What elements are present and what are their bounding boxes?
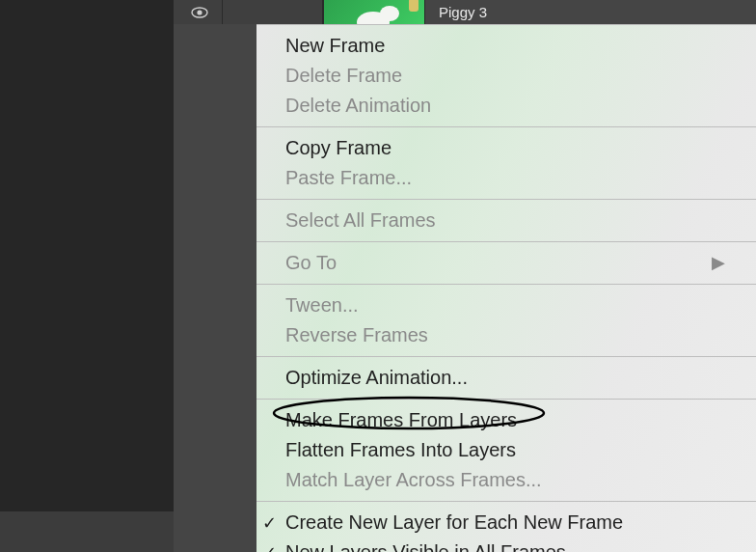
menu-item-tween: Tween... [256,290,756,320]
left-sidebar-footer [0,511,174,552]
left-sidebar [0,0,174,511]
menu-item-create-new-layer-each-frame[interactable]: ✓ Create New Layer for Each New Frame [256,508,756,538]
menu-item-label: Paste Frame... [285,164,412,192]
menu-item-go-to: Go To ▶ [256,248,756,278]
menu-item-flatten-frames-into-layers[interactable]: Flatten Frames Into Layers [256,435,756,465]
menu-item-make-frames-from-layers[interactable]: Make Frames From Layers [256,405,756,435]
layer-divider [222,0,241,24]
layer-controls [174,0,323,24]
menu-item-label: New Layers Visible in All Frames [285,538,566,552]
menu-item-label: New Frame [285,32,385,60]
menu-item-label: Tween... [285,291,359,319]
menu-item-new-layers-visible-all-frames[interactable]: ✓ New Layers Visible in All Frames [256,538,756,552]
menu-item-label: Create New Layer for Each New Frame [285,509,623,537]
menu-item-label: Delete Animation [285,92,431,120]
menu-item-label: Match Layer Across Frames... [285,466,542,494]
checkmark-icon: ✓ [262,510,277,535]
menu-item-label: Go To [285,249,337,277]
menu-item-new-frame[interactable]: New Frame [256,31,756,61]
menu-item-label: Reverse Frames [285,321,428,349]
menu-item-delete-animation: Delete Animation [256,91,756,121]
layer-row[interactable]: Piggy 3 [174,0,756,24]
menu-item-label: Delete Frame [285,62,402,90]
menu-item-paste-frame: Paste Frame... [256,163,756,193]
menu-item-copy-frame[interactable]: Copy Frame [256,133,756,163]
menu-item-label: Optimize Animation... [285,364,468,392]
menu-item-delete-frame: Delete Frame [256,61,756,91]
layer-name-label: Piggy 3 [425,4,487,20]
menu-item-reverse-frames: Reverse Frames [256,320,756,350]
menu-item-label: Select All Frames [285,207,436,235]
visibility-eye-icon[interactable] [191,7,208,18]
menu-item-label: Make Frames From Layers [285,406,517,434]
svg-point-1 [197,10,202,14]
menu-item-optimize-animation[interactable]: Optimize Animation... [256,363,756,393]
menu-item-match-layer-across-frames: Match Layer Across Frames... [256,465,756,495]
menu-item-select-all-frames: Select All Frames [256,206,756,235]
timeline-context-menu: New Frame Delete Frame Delete Animation … [256,24,756,552]
submenu-arrow-icon: ▶ [712,250,733,275]
menu-item-label: Flatten Frames Into Layers [285,436,516,464]
menu-item-label: Copy Frame [285,134,392,162]
checkmark-icon: ✓ [262,539,277,552]
screenshot-root: Piggy 3 New Frame Delete Frame Delete An… [0,0,756,552]
layer-thumbnail[interactable] [323,0,425,24]
